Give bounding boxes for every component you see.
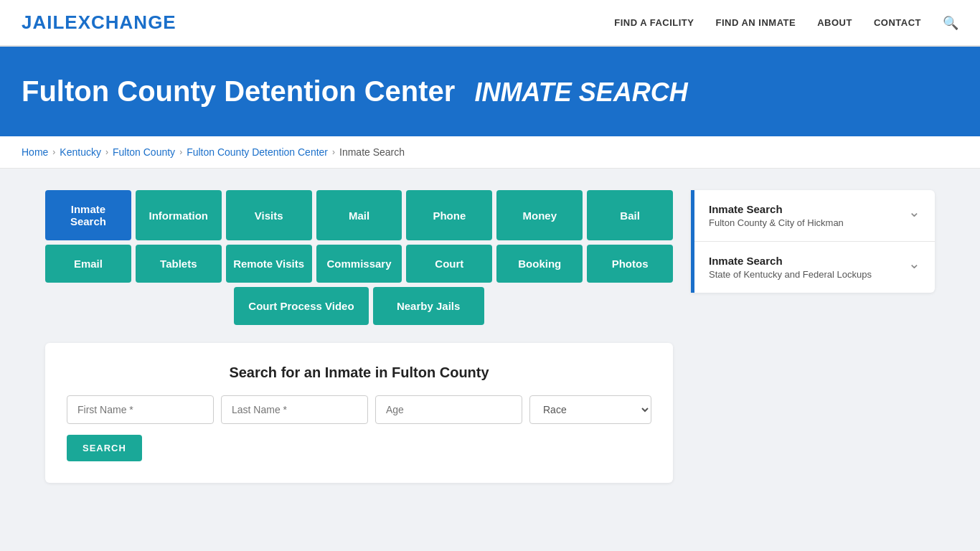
breadcrumb-current: Inmate Search xyxy=(339,146,405,158)
btn-court-process-video[interactable]: Court Process Video xyxy=(234,287,368,325)
btn-court[interactable]: Court xyxy=(406,245,492,283)
sidebar-item-1[interactable]: Inmate Search Fulton County & City of Hi… xyxy=(694,190,935,242)
search-button[interactable]: SEARCH xyxy=(67,435,142,461)
btn-phone[interactable]: Phone xyxy=(406,190,492,240)
sidebar-card: Inmate Search Fulton County & City of Hi… xyxy=(691,190,935,293)
breadcrumb-sep-2: › xyxy=(105,147,108,157)
search-fields: Race White Black Hispanic Asian Other xyxy=(67,395,651,424)
first-name-input[interactable] xyxy=(67,395,214,424)
logo-jail: JAIL xyxy=(22,11,65,33)
breadcrumb-fulton-county[interactable]: Fulton County xyxy=(113,146,175,158)
btn-email[interactable]: Email xyxy=(45,245,131,283)
sidebar-item-2[interactable]: Inmate Search State of Kentucky and Fede… xyxy=(694,242,935,293)
main-nav: FIND A FACILITY FIND AN INMATE ABOUT CON… xyxy=(614,15,958,31)
btn-photos[interactable]: Photos xyxy=(587,245,673,283)
nav-find-facility[interactable]: FIND A FACILITY xyxy=(614,17,694,28)
btn-commissary[interactable]: Commissary xyxy=(316,245,402,283)
last-name-input[interactable] xyxy=(221,395,368,424)
hero-banner: Fulton County Detention Center INMATE SE… xyxy=(0,47,980,136)
breadcrumb-sep-3: › xyxy=(179,147,182,157)
search-card: Search for an Inmate in Fulton County Ra… xyxy=(45,343,673,483)
breadcrumb-kentucky[interactable]: Kentucky xyxy=(60,146,101,158)
sidebar-item-2-title: Inmate Search xyxy=(709,255,872,267)
nav-find-inmate[interactable]: FIND AN INMATE xyxy=(715,17,796,28)
page-title: Fulton County Detention Center INMATE SE… xyxy=(22,75,958,108)
nav-contact[interactable]: CONTACT xyxy=(874,17,921,28)
logo-exchange: EXCHANGE xyxy=(65,11,176,33)
age-input[interactable] xyxy=(375,395,522,424)
sidebar-item-2-text: Inmate Search State of Kentucky and Fede… xyxy=(709,255,872,280)
breadcrumb-detention-center[interactable]: Fulton County Detention Center xyxy=(187,146,328,158)
btn-booking[interactable]: Booking xyxy=(496,245,583,283)
nav-btn-row-2: Email Tablets Remote Visits Commissary C… xyxy=(45,245,673,283)
content-layout: Inmate Search Information Visits Mail Ph… xyxy=(45,190,935,483)
sidebar-item-1-text: Inmate Search Fulton County & City of Hi… xyxy=(709,203,844,228)
logo[interactable]: JAILEXCHANGE xyxy=(22,11,176,34)
btn-nearby-jails[interactable]: Nearby Jails xyxy=(373,287,484,325)
main-content: Inmate Search Information Visits Mail Ph… xyxy=(24,169,956,504)
nav-btn-row-1: Inmate Search Information Visits Mail Ph… xyxy=(45,190,673,240)
left-column: Inmate Search Information Visits Mail Ph… xyxy=(45,190,673,483)
chevron-down-icon-2: ⌄ xyxy=(908,255,920,272)
btn-visits[interactable]: Visits xyxy=(226,190,312,240)
search-title: Search for an Inmate in Fulton County xyxy=(67,364,651,381)
chevron-down-icon-1: ⌄ xyxy=(908,203,920,220)
breadcrumb-sep-1: › xyxy=(52,147,55,157)
hero-subtitle-text: INMATE SEARCH xyxy=(475,77,688,107)
btn-bail[interactable]: Bail xyxy=(587,190,673,240)
nav-btn-row-3: Court Process Video Nearby Jails xyxy=(45,287,673,325)
breadcrumb: Home › Kentucky › Fulton County › Fulton… xyxy=(0,136,980,169)
hero-title-text: Fulton County Detention Center xyxy=(22,75,455,107)
sidebar-item-1-title: Inmate Search xyxy=(709,203,844,215)
nav-buttons: Inmate Search Information Visits Mail Ph… xyxy=(45,190,673,325)
nav-about[interactable]: ABOUT xyxy=(817,17,852,28)
right-column: Inmate Search Fulton County & City of Hi… xyxy=(691,190,935,293)
btn-tablets[interactable]: Tablets xyxy=(136,245,222,283)
btn-inmate-search[interactable]: Inmate Search xyxy=(45,190,131,240)
breadcrumb-sep-4: › xyxy=(332,147,335,157)
btn-information[interactable]: Information xyxy=(136,190,222,240)
btn-remote-visits[interactable]: Remote Visits xyxy=(226,245,312,283)
header: JAILEXCHANGE FIND A FACILITY FIND AN INM… xyxy=(0,0,980,47)
btn-mail[interactable]: Mail xyxy=(316,190,402,240)
race-select[interactable]: Race White Black Hispanic Asian Other xyxy=(529,395,651,424)
search-icon[interactable]: 🔍 xyxy=(943,15,958,31)
sidebar-item-2-subtitle: State of Kentucky and Federal Lockups xyxy=(709,269,872,280)
breadcrumb-home[interactable]: Home xyxy=(22,146,48,158)
sidebar-item-1-subtitle: Fulton County & City of Hickman xyxy=(709,217,844,228)
btn-money[interactable]: Money xyxy=(496,190,583,240)
